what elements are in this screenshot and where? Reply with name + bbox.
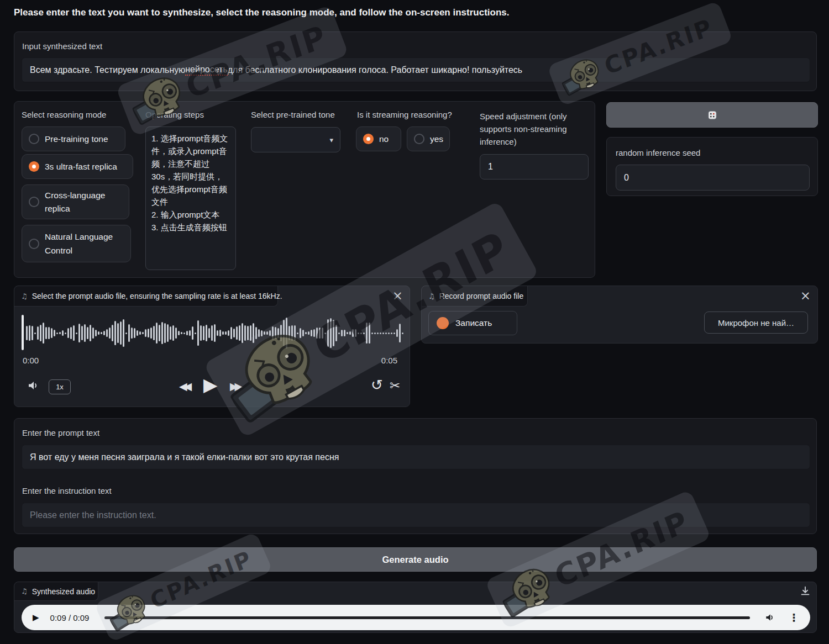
radio-circle-icon: [29, 134, 39, 144]
record-button-label: Записать: [455, 318, 492, 328]
step-3: 3. 点击生成音频按钮: [151, 221, 230, 234]
step-1: 1. 选择prompt音频文件，或录入prompt音频，注意不超过30s，若同时…: [151, 132, 230, 208]
synthesize-text-input[interactable]: Всем здрасьте. Тестируем локальную нейро…: [22, 57, 810, 82]
app-page: Please enter the text you want to synthe…: [0, 0, 829, 644]
waveform-bars: [26, 312, 403, 355]
speed-value: 1: [488, 162, 493, 172]
input-text-value-before: Всем здрасьте. Тестируем локальную: [30, 65, 185, 75]
radio-circle-icon: [29, 239, 39, 249]
radio-circle-selected-icon: [363, 134, 374, 144]
input-text-value-after: для бесплатного клонирования голоса. Раб…: [228, 65, 522, 75]
random-seed-dice-button[interactable]: [606, 102, 818, 128]
record-dot-icon: [437, 317, 449, 329]
radio-pretraining-tone[interactable]: Pre-training tone: [22, 126, 125, 151]
waveform-playhead[interactable]: [22, 315, 24, 350]
music-note-icon: ♫: [21, 587, 28, 595]
dice-icon: [707, 110, 717, 120]
operating-steps-label: Operating steps: [145, 110, 204, 119]
record-button[interactable]: Записать: [428, 311, 517, 335]
playback-speed-button[interactable]: 1x: [49, 379, 71, 394]
volume-icon[interactable]: [27, 379, 40, 392]
prompt-audio-tab: ♫ Select the prompt audio file, ensuring…: [14, 286, 278, 307]
close-icon[interactable]: ×: [800, 289, 811, 302]
close-icon[interactable]: ×: [392, 289, 403, 302]
seed-value: 0: [624, 173, 629, 183]
download-icon[interactable]: [799, 585, 811, 597]
pretrained-tone-label: Select pre-trained tone: [251, 110, 335, 119]
music-note-icon: ♫: [21, 292, 28, 300]
player-time: 0:09 / 0:09: [50, 613, 90, 622]
instruction-text-input[interactable]: Please enter the instruction text.: [22, 503, 810, 527]
operating-steps-text: 1. 选择prompt音频文件，或录入prompt音频，注意不超过30s，若同时…: [145, 126, 236, 270]
controls-panel: Select reasoning mode Pre-training tone …: [14, 101, 595, 278]
radio-circle-selected-icon: [29, 161, 39, 172]
speed-badge: 1x: [56, 383, 64, 391]
prompt-text-label: Enter the prompt text: [22, 428, 99, 437]
microphone-status: Микрофон не най…: [718, 318, 794, 328]
generate-audio-label: Generate audio: [382, 555, 448, 565]
speed-input[interactable]: 1: [480, 154, 589, 180]
music-note-icon: ♫: [428, 292, 435, 300]
radio-circle-icon: [29, 197, 39, 207]
player-progress-bar[interactable]: [104, 616, 750, 619]
streaming-label: Is it streaming reasoning?: [357, 110, 452, 119]
radio-label: yes: [430, 134, 443, 144]
radio-label: Pre-training tone: [45, 134, 108, 144]
seed-panel: random inference seed 0: [606, 137, 818, 196]
radio-crosslanguage-replica[interactable]: Cross-language replica: [22, 184, 129, 219]
record-audio-tab: ♫ Record prompt audio file: [422, 286, 528, 307]
reasoning-mode-label: Select reasoning mode: [22, 110, 106, 119]
radio-circle-icon: [414, 134, 424, 144]
instruction-text-label: Enter the instruction text: [22, 486, 112, 495]
prompt-text-value: Я вот еду у меня песня заиграла и я тако…: [30, 452, 339, 462]
audio-player[interactable]: ▶ 0:09 / 0:09 ⋮: [22, 605, 810, 630]
trim-scissors-icon[interactable]: ✂: [390, 379, 400, 392]
page-instruction: Please enter the text you want to synthe…: [14, 7, 509, 18]
player-volume-icon[interactable]: [764, 612, 775, 623]
input-text-misspelled-word: нейросеть: [185, 65, 228, 76]
radio-streaming-yes[interactable]: yes: [407, 126, 450, 151]
generate-audio-button[interactable]: Generate audio: [14, 547, 817, 572]
microphone-select-button[interactable]: Микрофон не най…: [704, 312, 808, 334]
radio-label: Natural Language Control: [45, 230, 124, 257]
waveform[interactable]: [22, 312, 403, 355]
radio-streaming-no[interactable]: no: [356, 126, 401, 151]
prompt-audio-title: Select the prompt audio file, ensuring t…: [32, 292, 282, 300]
speed-label: Speed adjustment (only supports non-stre…: [480, 110, 590, 148]
synthesized-audio-section: ♫ Synthesized audio ▶ 0:09 / 0:09 ⋮: [14, 582, 817, 633]
radio-natural-language-control[interactable]: Natural Language Control: [22, 225, 131, 262]
synthesized-audio-title: Synthesized audio: [32, 587, 95, 596]
record-audio-section: ♫ Record prompt audio file × Записать Ми…: [421, 286, 818, 344]
input-text-label: Input synthesized text: [22, 41, 102, 51]
step-2: 2. 输入prompt文本: [151, 208, 230, 221]
prompt-audio-section: ♫ Select the prompt audio file, ensuring…: [14, 286, 410, 407]
rewind-icon[interactable]: ◀◀: [179, 381, 188, 392]
instruction-text-placeholder: Please enter the instruction text.: [30, 510, 156, 520]
radio-label: no: [379, 134, 389, 144]
synthesized-audio-tab: ♫ Synthesized audio: [14, 582, 98, 601]
player-play-icon[interactable]: ▶: [33, 613, 39, 622]
radio-label: 3s ultra-fast replica: [45, 162, 117, 172]
time-total: 0:05: [381, 356, 397, 365]
prompt-text-panel: Enter the prompt text Я вот еду у меня п…: [14, 418, 817, 534]
fast-forward-icon[interactable]: ▶▶: [230, 381, 239, 392]
prompt-text-input[interactable]: Я вот еду у меня песня заиграла и я тако…: [22, 445, 810, 469]
chevron-down-icon: ▾: [329, 136, 333, 144]
record-audio-title: Record prompt audio file: [439, 292, 524, 300]
radio-label: Cross-language replica: [45, 189, 122, 215]
seed-label: random inference seed: [616, 148, 700, 157]
player-menu-icon[interactable]: ⋮: [789, 611, 799, 624]
radio-3s-ultrafast-replica[interactable]: 3s ultra-fast replica: [22, 154, 133, 179]
play-icon[interactable]: ▶: [203, 376, 217, 394]
input-text-panel: Input synthesized text Всем здрасьте. Те…: [14, 31, 817, 91]
undo-icon[interactable]: ↺: [371, 378, 383, 392]
pretrained-tone-dropdown[interactable]: ▾: [251, 127, 340, 152]
seed-input[interactable]: 0: [616, 165, 810, 191]
time-current: 0:00: [23, 356, 39, 365]
